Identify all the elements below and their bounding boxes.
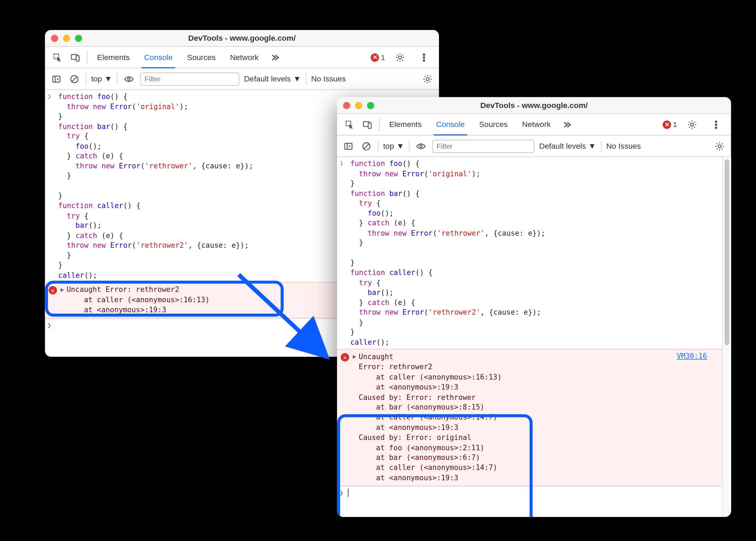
filter-input[interactable]	[140, 72, 239, 85]
svg-point-24	[420, 145, 422, 147]
clear-console-icon[interactable]	[68, 72, 81, 85]
console-subbar: top ▼ Default levels ▼ No Issues	[45, 68, 439, 90]
console-subbar: top ▼ Default levels ▼ No Issues	[337, 136, 731, 157]
dropdown-caret-icon: ▼	[105, 75, 112, 83]
sidebar-toggle-icon[interactable]	[342, 139, 355, 153]
scrollbar-thumb[interactable]	[725, 159, 729, 345]
console-settings-gear-icon[interactable]	[713, 139, 726, 153]
svg-point-4	[423, 53, 425, 55]
dropdown-caret-icon: ▼	[588, 141, 596, 150]
maximize-window-button[interactable]	[75, 35, 82, 42]
tab-network[interactable]: Network	[223, 47, 266, 68]
tab-network[interactable]: Network	[515, 114, 558, 135]
close-window-button[interactable]	[343, 102, 350, 109]
clear-console-icon[interactable]	[360, 139, 373, 153]
maximize-window-button[interactable]	[367, 102, 374, 109]
context-selector[interactable]: top ▼	[91, 75, 112, 83]
svg-point-5	[423, 57, 425, 58]
error-text: Uncaught Error: rethrower2 at caller (<a…	[67, 285, 209, 315]
more-tabs-icon[interactable]	[266, 47, 284, 68]
error-count-badge[interactable]: ✕ 1	[371, 53, 385, 61]
console-body: ❯ function foo() { throw new Error('orig…	[337, 157, 731, 517]
titlebar: DevTools - www.google.com/	[337, 97, 731, 114]
svg-point-16	[690, 123, 694, 126]
log-levels-selector[interactable]: Default levels ▼	[539, 141, 596, 150]
code-input[interactable]: function foo() { throw new Error('origin…	[55, 92, 253, 280]
live-expression-eye-icon[interactable]	[414, 139, 428, 153]
svg-rect-15	[368, 122, 371, 128]
svg-rect-2	[76, 56, 79, 61]
devtools-tabbar: Elements Console Sources Network ✕ 1	[337, 114, 731, 136]
error-message-row[interactable]: ✕ ▶ Uncaught Error: rethrower2 at caller…	[337, 349, 731, 486]
console-input-row: ❯ function foo() { throw new Error('orig…	[337, 157, 731, 349]
console-prompt[interactable]: ❯	[337, 486, 731, 499]
device-toolbar-icon[interactable]	[67, 47, 85, 68]
prompt-chevron-icon: ❯	[340, 489, 347, 497]
svg-point-12	[426, 77, 429, 80]
text-cursor	[348, 489, 348, 497]
error-text: Uncaught Error: rethrower2 at caller (<a…	[359, 352, 501, 483]
code-input[interactable]: function foo() { throw new Error('origin…	[347, 159, 546, 347]
settings-gear-icon[interactable]	[683, 120, 701, 129]
issues-text[interactable]: No Issues	[311, 75, 346, 83]
settings-gear-icon[interactable]	[391, 52, 409, 62]
close-window-button[interactable]	[51, 35, 58, 42]
kebab-menu-icon[interactable]	[415, 52, 433, 62]
sidebar-toggle-icon[interactable]	[50, 72, 63, 85]
log-levels-selector[interactable]: Default levels ▼	[244, 75, 301, 83]
svg-point-19	[715, 127, 717, 128]
svg-point-6	[423, 59, 425, 61]
svg-rect-20	[345, 143, 352, 149]
tab-elements[interactable]: Elements	[90, 47, 137, 68]
disclosure-triangle-icon[interactable]: ▶	[61, 286, 64, 293]
svg-rect-7	[53, 76, 60, 82]
minimize-window-button[interactable]	[63, 35, 70, 42]
prompt-chevron-icon: ❯	[47, 321, 55, 329]
disclosure-triangle-icon[interactable]: ▶	[353, 353, 356, 360]
tab-sources[interactable]: Sources	[180, 47, 223, 68]
titlebar: DevTools - www.google.com/	[45, 30, 439, 47]
source-link[interactable]: VM30:16	[677, 352, 707, 361]
tab-elements[interactable]: Elements	[382, 114, 429, 135]
svg-point-17	[715, 121, 717, 122]
tab-console[interactable]: Console	[137, 47, 180, 68]
error-count-badge[interactable]: ✕ 1	[663, 120, 677, 128]
inspect-element-icon[interactable]	[341, 114, 359, 135]
issues-text[interactable]: No Issues	[606, 141, 641, 150]
svg-line-10	[72, 77, 77, 81]
inspect-element-icon[interactable]	[49, 47, 67, 68]
devtools-window-after: DevTools - www.google.com/ Elements Cons…	[337, 97, 731, 517]
error-icon: ✕	[341, 353, 349, 362]
more-tabs-icon[interactable]	[558, 114, 576, 135]
svg-point-11	[128, 78, 130, 80]
console-settings-gear-icon[interactable]	[421, 72, 434, 85]
filter-input[interactable]	[432, 139, 534, 153]
input-chevron-icon: ❯	[340, 159, 347, 347]
svg-line-23	[364, 144, 369, 148]
device-toolbar-icon[interactable]	[359, 114, 376, 135]
scrollbar[interactable]	[722, 157, 731, 517]
error-icon: ✕	[49, 286, 57, 295]
svg-point-3	[399, 56, 402, 59]
svg-point-25	[718, 145, 721, 148]
window-title: DevTools - www.google.com/	[337, 101, 731, 110]
dropdown-caret-icon: ▼	[293, 75, 301, 83]
devtools-tabbar: Elements Console Sources Network ✕ 1	[45, 47, 439, 69]
tab-sources[interactable]: Sources	[472, 114, 515, 135]
dropdown-caret-icon: ▼	[396, 141, 404, 150]
live-expression-eye-icon[interactable]	[122, 72, 135, 85]
window-title: DevTools - www.google.com/	[45, 33, 439, 42]
tab-console[interactable]: Console	[429, 114, 472, 135]
kebab-menu-icon[interactable]	[707, 120, 725, 129]
minimize-window-button[interactable]	[355, 102, 362, 109]
svg-point-18	[715, 124, 717, 125]
context-selector[interactable]: top ▼	[383, 141, 404, 150]
input-chevron-icon: ❯	[47, 92, 55, 280]
